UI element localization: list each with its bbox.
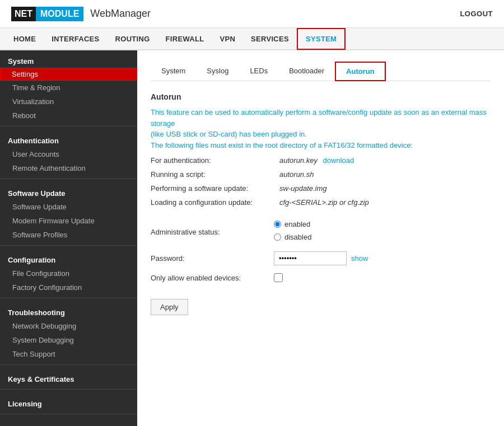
sidebar-item-virtualization[interactable]: Virtualization xyxy=(0,95,137,109)
config-update-value: cfg-<SERIAL>.zip or cfg.zip xyxy=(279,198,369,207)
auth-key-text: autorun.key xyxy=(279,156,318,165)
sw-update-row: Performing a software update: sw-update.… xyxy=(151,184,491,193)
apply-button[interactable]: Apply xyxy=(151,299,188,315)
sidebar-item-factory-configuration[interactable]: Factory Configuration xyxy=(0,280,137,294)
sidebar-item-user-accounts[interactable]: User Accounts xyxy=(0,147,137,161)
sidebar-section-configuration: Configuration xyxy=(0,249,137,266)
script-value: autorun.sh xyxy=(279,170,314,179)
sidebar-section-legal[interactable]: Legal Notice xyxy=(0,418,137,426)
admin-status-control: enabled disabled xyxy=(274,220,311,244)
autorun-description: This feature can be used to automaticall… xyxy=(151,107,491,151)
autorun-form: Administrative status: enabled disabled … xyxy=(151,220,491,315)
autorun-desc-line2: (like USB stick or SD-card) has been plu… xyxy=(151,130,307,138)
show-password-link[interactable]: show xyxy=(351,254,368,263)
divider-4 xyxy=(0,298,137,298)
enabled-radio[interactable] xyxy=(274,221,281,228)
sidebar-section-system: System xyxy=(0,50,137,68)
sidebar: System Settings Time & Region Virtualiza… xyxy=(0,50,137,426)
autorun-desc-line3: The following files must exist in the ro… xyxy=(151,141,413,149)
sw-update-value: sw-update.img xyxy=(279,184,327,193)
sidebar-section-troubleshooting: Troubleshooting xyxy=(0,302,137,319)
logo: NET MODULE WebManager xyxy=(11,7,151,21)
tab-system[interactable]: System xyxy=(151,62,196,81)
sidebar-item-reboot[interactable]: Reboot xyxy=(0,109,137,123)
divider-2 xyxy=(0,179,137,179)
nav-vpn[interactable]: VPN xyxy=(212,29,243,49)
enabled-radio-row[interactable]: enabled xyxy=(274,220,311,228)
logo-webmanager: WebManager xyxy=(90,8,151,20)
divider-3 xyxy=(0,245,137,246)
disabled-label: disabled xyxy=(284,233,311,241)
auth-label: For authentication: xyxy=(151,156,279,165)
sidebar-item-remote-authentication[interactable]: Remote Authentication xyxy=(0,161,137,175)
nav-home[interactable]: HOME xyxy=(6,29,44,49)
autorun-title: Autorun xyxy=(151,92,491,101)
divider-1 xyxy=(0,126,137,127)
tabs: System Syslog LEDs Bootloader Autorun xyxy=(151,62,491,81)
only-allow-row: Only allow enabled devices: xyxy=(151,273,491,282)
script-label: Running a script: xyxy=(151,170,279,179)
config-update-label: Loading a configuration update: xyxy=(151,198,279,207)
password-label: Password: xyxy=(151,254,274,263)
divider-5 xyxy=(0,364,137,365)
admin-status-label: Administrative status: xyxy=(151,228,274,236)
disabled-radio-row[interactable]: disabled xyxy=(274,233,311,241)
sidebar-item-tech-support[interactable]: Tech Support xyxy=(0,347,137,361)
password-control: show xyxy=(274,251,368,265)
divider-6 xyxy=(0,389,137,390)
sidebar-section-licensing[interactable]: Licensing xyxy=(0,393,137,410)
nav-interfaces[interactable]: INTERFACES xyxy=(44,29,107,49)
autorun-info-table: For authentication: autorun.key download… xyxy=(151,156,491,207)
logout-button[interactable]: LOGOUT xyxy=(460,10,493,18)
sidebar-item-system-debugging[interactable]: System Debugging xyxy=(0,333,137,347)
config-update-row: Loading a configuration update: cfg-<SER… xyxy=(151,198,491,207)
nav-system[interactable]: SYSTEM xyxy=(297,28,346,50)
navbar: HOME INTERFACES ROUTING FIREWALL VPN SER… xyxy=(0,28,504,50)
header: NET MODULE WebManager LOGOUT xyxy=(0,0,504,28)
sidebar-section-software-update: Software Update xyxy=(0,182,137,200)
sidebar-section-keys[interactable]: Keys & Certificates xyxy=(0,368,137,386)
sidebar-section-authentication: Authentication xyxy=(0,130,137,147)
nav-routing[interactable]: ROUTING xyxy=(108,29,158,49)
password-input[interactable] xyxy=(274,251,347,265)
disabled-radio[interactable] xyxy=(274,233,281,241)
script-row: Running a script: autorun.sh xyxy=(151,170,491,179)
password-row: Password: show xyxy=(151,251,491,265)
sw-update-label: Performing a software update: xyxy=(151,184,279,193)
sidebar-item-time-region[interactable]: Time & Region xyxy=(0,81,137,95)
auth-row: For authentication: autorun.key download xyxy=(151,156,491,165)
main-layout: System Settings Time & Region Virtualiza… xyxy=(0,50,504,426)
sidebar-item-file-configuration[interactable]: File Configuration xyxy=(0,266,137,280)
sidebar-item-software-profiles[interactable]: Software Profiles xyxy=(0,228,137,242)
sidebar-item-modem-firmware[interactable]: Modem Firmware Update xyxy=(0,214,137,228)
tab-autorun[interactable]: Autorun xyxy=(335,62,386,81)
admin-status-row: Administrative status: enabled disabled xyxy=(151,220,491,244)
autorun-desc-line1: This feature can be used to automaticall… xyxy=(151,108,487,128)
auth-download-link[interactable]: download xyxy=(323,156,354,165)
logo-module: MODULE xyxy=(36,7,83,21)
sidebar-item-settings[interactable]: Settings xyxy=(0,68,137,81)
only-allow-checkbox[interactable] xyxy=(274,273,283,282)
sidebar-item-software-update[interactable]: Software Update xyxy=(0,200,137,214)
divider-7 xyxy=(0,414,137,414)
tab-bootloader[interactable]: Bootloader xyxy=(278,62,335,81)
content-area: System Syslog LEDs Bootloader Autorun Au… xyxy=(137,50,504,426)
tab-syslog[interactable]: Syslog xyxy=(196,62,239,81)
auth-value: autorun.key download xyxy=(279,156,354,165)
tab-leds[interactable]: LEDs xyxy=(239,62,278,81)
nav-services[interactable]: SERVICES xyxy=(243,29,297,49)
sidebar-item-network-debugging[interactable]: Network Debugging xyxy=(0,319,137,333)
only-allow-label: Only allow enabled devices: xyxy=(151,274,274,282)
logo-net: NET xyxy=(11,7,36,21)
nav-firewall[interactable]: FIREWALL xyxy=(158,29,212,49)
enabled-label: enabled xyxy=(284,220,310,228)
